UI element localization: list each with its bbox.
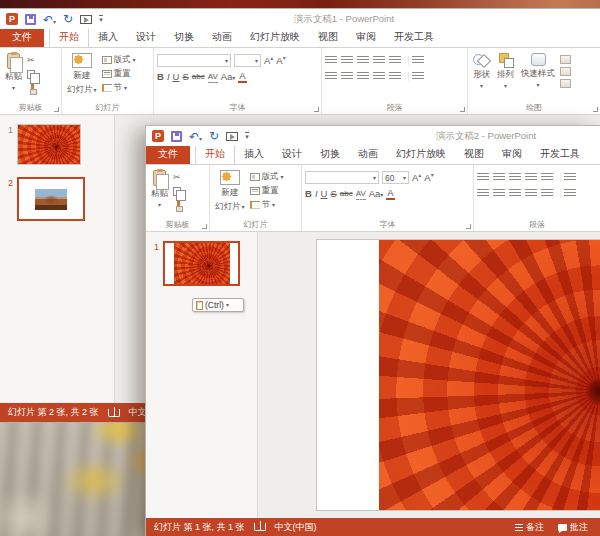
- paste-button[interactable]: 粘贴 ▾: [149, 169, 170, 209]
- justify-icon[interactable]: [525, 189, 537, 198]
- reset-button[interactable]: 重置: [102, 68, 136, 80]
- tab-home[interactable]: 开始: [49, 29, 89, 48]
- align-right-icon[interactable]: [357, 72, 369, 81]
- shape-fill-icon[interactable]: [560, 55, 571, 64]
- tab-insert[interactable]: 插入: [89, 29, 127, 47]
- redo-button[interactable]: ↻: [209, 131, 219, 141]
- tab-review[interactable]: 审阅: [347, 29, 385, 47]
- powerpoint-logo-icon[interactable]: P: [152, 130, 164, 142]
- character-spacing-button[interactable]: AV: [208, 71, 218, 83]
- clipboard-dialog-launcher[interactable]: [202, 224, 207, 229]
- columns-icon[interactable]: [389, 72, 401, 81]
- font-name-combo[interactable]: ▾: [157, 54, 231, 67]
- shrink-font-button[interactable]: A▾: [276, 55, 285, 66]
- tab-file[interactable]: 文件: [0, 29, 44, 47]
- change-case-button[interactable]: Aa▾: [369, 188, 384, 199]
- align-center-icon[interactable]: [341, 72, 353, 81]
- font-name-combo[interactable]: ▾: [305, 171, 379, 184]
- layout-button[interactable]: 版式▾: [102, 54, 136, 66]
- tab-developer[interactable]: 开发工具: [531, 146, 589, 164]
- tab-review[interactable]: 审阅: [493, 146, 531, 164]
- grow-font-button[interactable]: A▴: [412, 172, 421, 183]
- shrink-font-button[interactable]: A▾: [424, 172, 433, 183]
- slide-thumbnail-panel-2[interactable]: 1 (Ctrl) ▾: [146, 232, 258, 518]
- paste-button[interactable]: 粘贴 ▾: [3, 52, 24, 92]
- new-slide-button[interactable]: 新建 幻灯片▾: [65, 52, 99, 97]
- quick-styles-button[interactable]: 快速样式 ▾: [519, 52, 557, 89]
- tab-design[interactable]: 设计: [127, 29, 165, 47]
- convert-smartart-icon[interactable]: [412, 72, 424, 81]
- bullets-icon[interactable]: [325, 56, 337, 65]
- tab-developer[interactable]: 开发工具: [385, 29, 443, 47]
- slide-1-thumbnail-selected[interactable]: [163, 241, 240, 286]
- paste-options-button[interactable]: (Ctrl) ▾: [192, 298, 244, 312]
- underline-button[interactable]: U: [173, 71, 180, 82]
- change-case-button[interactable]: Aa▾: [221, 71, 236, 82]
- shapes-button[interactable]: 形状 ▾: [471, 52, 492, 90]
- save-icon[interactable]: [171, 131, 182, 142]
- tab-slideshow[interactable]: 幻灯片放映: [241, 29, 309, 47]
- italic-button[interactable]: I: [315, 188, 318, 199]
- paste-options-dropdown-icon[interactable]: ▾: [226, 302, 229, 308]
- underline-button[interactable]: U: [321, 188, 328, 199]
- grow-font-button[interactable]: A▴: [264, 55, 273, 66]
- new-slide-dropdown-icon[interactable]: ▾: [242, 204, 245, 210]
- customize-qat-icon[interactable]: ▾: [99, 15, 103, 23]
- spellcheck-book-icon[interactable]: [254, 523, 266, 531]
- new-slide-button[interactable]: 新建 幻灯片▾: [213, 169, 247, 214]
- layout-button[interactable]: 版式▾: [250, 171, 284, 183]
- strikethrough-button[interactable]: S: [182, 71, 188, 82]
- paste-dropdown-icon[interactable]: ▾: [158, 202, 161, 208]
- tab-animations[interactable]: 动画: [203, 29, 241, 47]
- undo-dropdown-icon[interactable]: ▾: [53, 19, 56, 25]
- slide-1-thumbnail[interactable]: [17, 124, 81, 165]
- cut-button[interactable]: ✂: [27, 55, 40, 66]
- bold-button[interactable]: B: [157, 71, 164, 82]
- format-painter-button[interactable]: [27, 83, 40, 94]
- customize-qat-icon[interactable]: ▾: [245, 132, 249, 140]
- arrange-button[interactable]: 排列 ▾: [495, 52, 516, 90]
- undo-dropdown-icon[interactable]: ▾: [199, 136, 202, 142]
- font-color-button[interactable]: A: [238, 70, 246, 83]
- section-button[interactable]: 节▾: [250, 199, 284, 211]
- paste-dropdown-icon[interactable]: ▾: [12, 85, 15, 91]
- slide-page[interactable]: [316, 239, 600, 511]
- strikethrough-button[interactable]: S: [330, 188, 336, 199]
- spellcheck-book-icon[interactable]: [108, 409, 120, 417]
- format-painter-button[interactable]: [173, 200, 186, 211]
- titlebar-2[interactable]: P ↶▾ ↻ ▾ 演示文稿2 - PowerPoint: [146, 126, 600, 146]
- text-shadow-button[interactable]: abc: [340, 188, 353, 199]
- tab-view[interactable]: 视图: [455, 146, 493, 164]
- slide-editing-area-2[interactable]: [258, 232, 600, 518]
- character-spacing-button[interactable]: AV: [356, 188, 366, 200]
- section-button[interactable]: 节▾: [102, 82, 136, 94]
- bullets-icon[interactable]: [477, 173, 489, 182]
- columns-icon[interactable]: [541, 189, 553, 198]
- italic-button[interactable]: I: [167, 71, 170, 82]
- language-indicator[interactable]: 中文(中国): [275, 521, 317, 534]
- slide-2-thumbnail-selected[interactable]: [17, 177, 85, 221]
- font-size-combo[interactable]: ▾: [234, 54, 261, 67]
- cut-button[interactable]: ✂: [173, 172, 186, 183]
- drawing-dialog-launcher[interactable]: [593, 107, 598, 112]
- text-direction-icon[interactable]: [564, 173, 576, 182]
- font-size-combo[interactable]: 60▾: [382, 171, 409, 184]
- decrease-indent-icon[interactable]: [357, 56, 369, 65]
- tab-insert[interactable]: 插入: [235, 146, 273, 164]
- clipboard-dialog-launcher[interactable]: [54, 107, 59, 112]
- tab-transitions[interactable]: 切换: [165, 29, 203, 47]
- powerpoint-logo-icon[interactable]: P: [6, 13, 18, 25]
- convert-smartart-icon[interactable]: [564, 189, 576, 198]
- slide-thumbnail-panel-1[interactable]: 1 2: [0, 115, 115, 403]
- align-left-icon[interactable]: [325, 72, 337, 81]
- decrease-indent-icon[interactable]: [509, 173, 521, 182]
- line-spacing-icon[interactable]: [541, 173, 553, 182]
- font-dialog-launcher[interactable]: [466, 224, 471, 229]
- reset-button[interactable]: 重置: [250, 185, 284, 197]
- slideshow-icon[interactable]: [80, 15, 92, 24]
- paragraph-dialog-launcher[interactable]: [460, 107, 465, 112]
- save-icon[interactable]: [25, 14, 36, 25]
- undo-button[interactable]: ↶▾: [189, 127, 202, 145]
- justify-icon[interactable]: [373, 72, 385, 81]
- copy-button[interactable]: ▾: [27, 69, 40, 80]
